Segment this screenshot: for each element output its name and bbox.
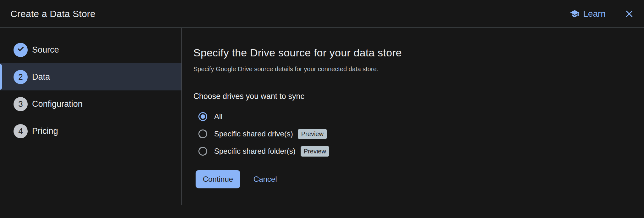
step-label: Data [32, 72, 50, 82]
radio-dot [201, 149, 205, 153]
step-source[interactable]: 1 Source [0, 36, 181, 63]
learn-label: Learn [583, 9, 606, 19]
page-subtitle: Specify Google Drive source details for … [193, 65, 644, 73]
step-circle: 3 [14, 97, 28, 111]
radio-option-specific-shared-folders[interactable]: Specific shared folder(s) Preview [198, 144, 644, 159]
preview-badge: Preview [298, 129, 327, 139]
continue-button[interactable]: Continue [196, 170, 240, 188]
preview-badge: Preview [301, 146, 329, 157]
step-label: Source [32, 45, 59, 55]
school-icon [570, 9, 580, 19]
radio-button[interactable] [198, 129, 207, 138]
step-label: Pricing [32, 126, 58, 136]
check-icon [17, 45, 25, 55]
step-configuration[interactable]: 3 Configuration [0, 90, 181, 118]
step-number: 4 [18, 126, 23, 136]
stepper-sidebar: 1 Source 2 Data 3 Configuration 4 [0, 28, 181, 218]
step-circle: 2 [14, 70, 28, 84]
radio-dot [201, 114, 205, 119]
active-step-indicator-bar [0, 64, 2, 90]
step-data[interactable]: 2 Data [0, 63, 181, 90]
content-panel: Specify the Drive source for your data s… [181, 28, 644, 218]
step-number: 3 [18, 99, 23, 109]
radio-button[interactable] [198, 112, 207, 121]
learn-link[interactable]: Learn [570, 9, 606, 19]
action-bar: Continue Cancel [196, 170, 644, 188]
section-title: Choose drives you want to sync [193, 91, 644, 101]
dialog-title: Create a Data Store [10, 9, 96, 19]
step-number: 2 [18, 72, 23, 82]
radio-label: Specific shared folder(s) [214, 147, 296, 156]
close-icon[interactable] [624, 9, 635, 19]
step-pricing[interactable]: 4 Pricing [0, 118, 181, 145]
dialog-header: Create a Data Store Learn [0, 0, 644, 28]
drive-sync-options: All Specific shared drive(s) Preview Spe… [198, 109, 644, 159]
page-title: Specify the Drive source for your data s… [193, 45, 644, 60]
radio-option-all[interactable]: All [198, 109, 644, 124]
radio-label: Specific shared drive(s) [214, 129, 293, 138]
radio-dot [201, 132, 205, 136]
cancel-button[interactable]: Cancel [253, 175, 277, 184]
step-label: Configuration [32, 99, 83, 109]
step-circle: 4 [14, 124, 28, 138]
radio-button[interactable] [198, 147, 207, 156]
header-actions: Learn [570, 9, 635, 19]
step-circle: 1 [14, 43, 28, 57]
radio-label: All [214, 112, 223, 121]
radio-option-specific-shared-drives[interactable]: Specific shared drive(s) Preview [198, 126, 644, 141]
